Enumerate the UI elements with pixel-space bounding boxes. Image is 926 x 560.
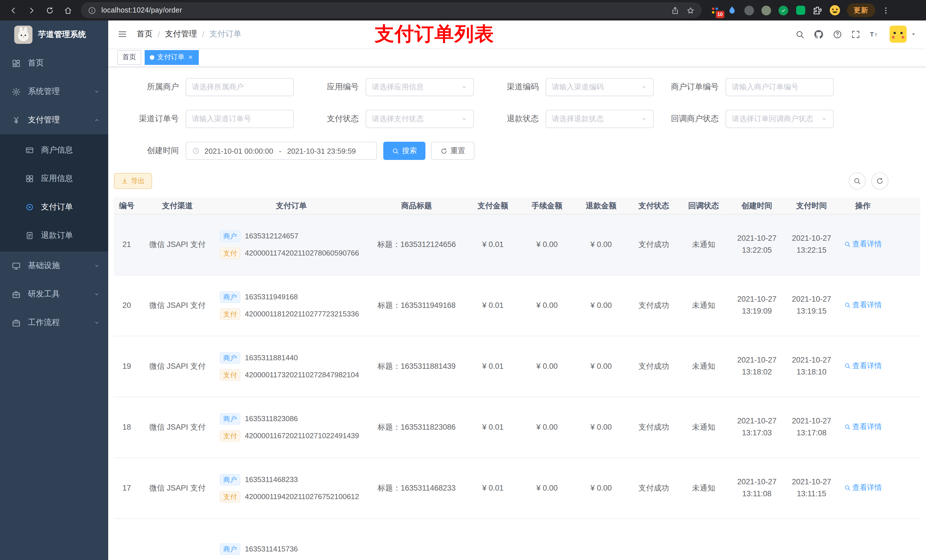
circle-extension-icon-2[interactable] (761, 5, 772, 16)
logo[interactable]: 芋道管理系统 (0, 21, 108, 49)
avatar-extension-icon[interactable] (829, 5, 840, 16)
view-detail-link[interactable]: 查看详情 (844, 299, 882, 311)
url-text: localhost:1024/pay/order (101, 6, 664, 14)
filter-channel-order-no-input[interactable]: 请输入渠道订单号 (186, 110, 294, 128)
sidebar-item-refund-order[interactable]: 退款订单 (0, 221, 108, 250)
table-row[interactable]: 18微信 JSAPI 支付商户1635311823086支付4200001167… (114, 397, 920, 458)
cell-status: 支付成功 (628, 482, 679, 494)
home-button[interactable] (61, 3, 75, 18)
font-size-icon[interactable]: TT (869, 29, 879, 39)
pay-tag: 支付 (220, 430, 240, 442)
filter-label: 商户订单编号 (654, 82, 726, 92)
filter-merchant-order-no-input[interactable]: 请输入商户订单编号 (726, 78, 834, 96)
filter-pay-status-select[interactable]: 请选择支付状态 (366, 110, 474, 128)
cell-channel: 微信 JSAPI 支付 (139, 421, 215, 433)
clock-icon (192, 147, 200, 155)
cell-action: 查看详情 (837, 299, 888, 312)
sidebar-item-home[interactable]: 首页 (0, 49, 108, 77)
filter-merchant-input[interactable]: 请选择所属商户 (186, 78, 294, 96)
table-row[interactable]: 20微信 JSAPI 支付商户1635311949168支付4200001181… (114, 275, 920, 337)
view-detail-link[interactable]: 查看详情 (844, 360, 882, 371)
sidebar-item-merchant-info[interactable]: 商户信息 (0, 136, 108, 165)
filter-label: 渠道订单号 (114, 114, 186, 124)
chevron-down-icon (641, 116, 648, 122)
table-row[interactable]: 商户1635311415736 (114, 519, 920, 560)
cell-action: 查看详情 (837, 238, 888, 251)
sidebar-item-devtools[interactable]: 研发工具 (0, 280, 108, 308)
cell-create: 2021-10-2713:19:09 (728, 294, 786, 318)
main-area: 首页 / 支付管理 / 支付订单 支付订单列表 TT (108, 21, 926, 560)
cell-notify: 未通知 (679, 421, 728, 433)
sidebar-item-payment[interactable]: 支付管理 (0, 106, 108, 134)
header-search-icon[interactable] (795, 29, 805, 39)
kebab-icon (881, 6, 890, 15)
view-detail-link[interactable]: 查看详情 (844, 421, 882, 432)
breadcrumb-payment[interactable]: 支付管理 (165, 29, 197, 39)
cell-id: 21 (114, 239, 139, 251)
search-icon (853, 177, 861, 185)
view-detail-link[interactable]: 查看详情 (844, 482, 882, 493)
refresh-table-button[interactable] (872, 172, 888, 190)
filter-channel-code-select[interactable]: 请输入渠道编码 (546, 78, 654, 96)
square-extension-icon[interactable] (795, 5, 806, 16)
cell-id: 17 (114, 482, 139, 494)
table-row[interactable]: 21微信 JSAPI 支付商户1635312124657支付4200001174… (114, 214, 920, 275)
search-button[interactable]: 搜索 (383, 142, 425, 160)
export-button[interactable]: 导出 (114, 173, 152, 189)
sidebar-item-system[interactable]: 系统管理 (0, 77, 108, 106)
browser-chrome: localhost:1024/pay/order 10 更新 (0, 0, 926, 21)
cell-order: 商户1635312124657支付42000011742021102780605… (215, 231, 367, 259)
channel-pay-no: 4200001167202110271022491439 (245, 430, 359, 442)
browser-update-button[interactable]: 更新 (847, 3, 875, 17)
filter-app-no-select[interactable]: 请选择应用信息 (366, 78, 474, 96)
sidebar-item-infra[interactable]: 基础设施 (0, 252, 108, 280)
browser-menu-button[interactable] (879, 3, 893, 17)
extensions-grid-icon[interactable]: 10 (710, 5, 720, 16)
column-header-order: 支付订单 (215, 201, 367, 211)
sidebar-item-app-info[interactable]: 应用信息 (0, 165, 108, 193)
cell-status: 支付成功 (628, 361, 679, 373)
filter-refund-status-select[interactable]: 请选择退款状态 (546, 110, 654, 128)
sidebar-item-pay-order[interactable]: 支付订单 (0, 193, 108, 221)
sidebar-item-workflow[interactable]: 工作流程 (0, 308, 108, 337)
back-button[interactable] (6, 3, 21, 18)
close-icon[interactable] (188, 54, 194, 60)
reload-button[interactable] (42, 3, 57, 18)
breadcrumb-separator: / (158, 30, 160, 39)
help-icon[interactable] (832, 29, 842, 39)
merchant-order-no: 1635311468233 (245, 474, 298, 486)
hamburger-icon[interactable] (117, 29, 127, 39)
order-line: 支付4200001167202110271022491439 (220, 430, 367, 442)
breadcrumb-home[interactable]: 首页 (137, 29, 153, 39)
reset-button[interactable]: 重置 (431, 142, 474, 160)
puzzle-extension-icon[interactable] (812, 5, 823, 16)
table-header: 编号支付渠道支付订单商品标题支付金额手续金额退款金额支付状态回调状态创建时间支付… (114, 198, 920, 214)
column-header-title: 商品标题 (367, 201, 466, 211)
cell-pay: 2021-10-2713:19:15 (786, 294, 837, 318)
fullscreen-icon[interactable] (851, 29, 861, 39)
circle-extension-icon[interactable] (744, 5, 755, 16)
date-range-input[interactable]: 2021-10-01 00:00:00 - 2021-10-31 23:59:5… (186, 142, 377, 160)
tab-home[interactable]: 首页 (117, 50, 141, 65)
filter-notify-status-select[interactable]: 请选择订单回调商户状态 (726, 110, 834, 128)
site-info-icon[interactable] (88, 6, 96, 15)
github-icon[interactable] (813, 29, 824, 39)
view-detail-link[interactable]: 查看详情 (844, 238, 882, 249)
table-row[interactable]: 17微信 JSAPI 支付商户1635311468233支付4200001194… (114, 458, 920, 519)
url-bar[interactable]: localhost:1024/pay/order (81, 2, 702, 18)
forward-button[interactable] (24, 3, 39, 18)
merchant-tag: 商户 (220, 291, 240, 303)
search-icon (844, 362, 850, 369)
cell-channel: 微信 JSAPI 支付 (139, 300, 215, 312)
table-row[interactable]: 19微信 JSAPI 支付商户1635311881440支付4200001173… (114, 337, 920, 397)
user-menu[interactable] (890, 26, 917, 43)
bookmark-star-icon[interactable] (686, 6, 695, 15)
share-icon[interactable] (671, 6, 679, 15)
cell-title: 标题：1635311823086 (367, 421, 466, 433)
order-line: 商户1635311881440 (220, 352, 367, 364)
check-extension-icon[interactable] (778, 5, 789, 16)
sidebar-item-label: 退款订单 (41, 231, 108, 241)
drop-extension-icon[interactable] (727, 5, 737, 16)
tab-pay-order[interactable]: 支付订单 (145, 50, 199, 65)
toggle-search-button[interactable] (849, 172, 865, 190)
